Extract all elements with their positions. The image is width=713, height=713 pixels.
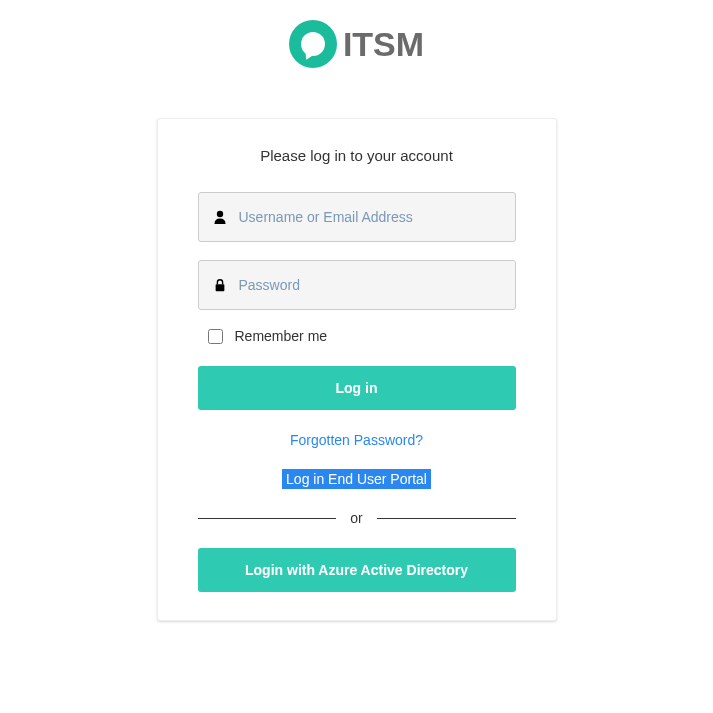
divider-text: or xyxy=(336,510,376,526)
svg-point-0 xyxy=(216,211,222,217)
divider-line-left xyxy=(198,518,337,519)
logo-text: ITSM xyxy=(343,25,424,64)
svg-rect-1 xyxy=(215,284,224,291)
login-title: Please log in to your account xyxy=(198,147,516,164)
logo-icon xyxy=(289,20,337,68)
remember-checkbox[interactable] xyxy=(208,329,223,344)
remember-label: Remember me xyxy=(235,328,328,344)
password-input-group xyxy=(198,260,516,310)
password-input[interactable] xyxy=(239,261,503,309)
end-user-portal-link-container: Log in End User Portal xyxy=(198,470,516,488)
logo-container: ITSM xyxy=(289,20,424,68)
divider-line-right xyxy=(377,518,516,519)
azure-login-button[interactable]: Login with Azure Active Directory xyxy=(198,548,516,592)
login-button[interactable]: Log in xyxy=(198,366,516,410)
end-user-portal-link[interactable]: Log in End User Portal xyxy=(282,469,431,489)
user-icon xyxy=(211,208,229,226)
username-input[interactable] xyxy=(239,193,503,241)
login-card: Please log in to your account Remember m… xyxy=(157,118,557,621)
forgot-password-link[interactable]: Forgotten Password? xyxy=(198,432,516,448)
remember-container: Remember me xyxy=(198,328,516,344)
lock-icon xyxy=(211,276,229,294)
divider: or xyxy=(198,510,516,526)
username-input-group xyxy=(198,192,516,242)
